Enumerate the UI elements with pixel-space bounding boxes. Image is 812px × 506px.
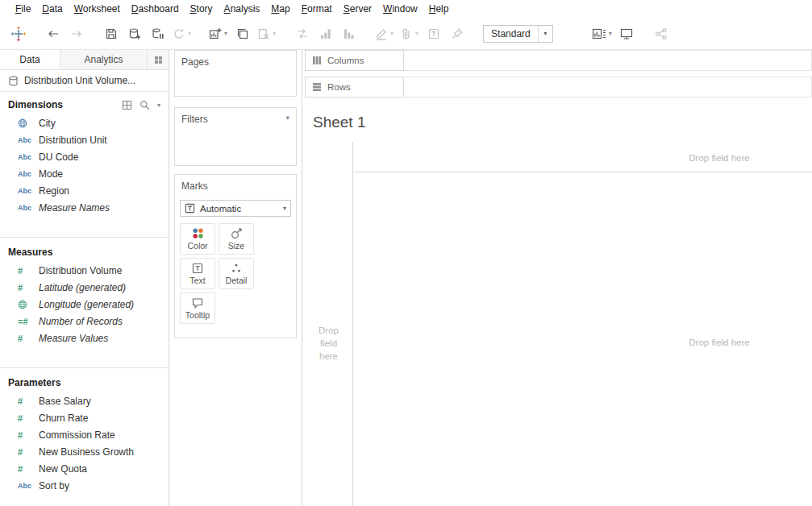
menu-window[interactable]: Window bbox=[377, 2, 423, 16]
filters-caret-icon[interactable]: ▾ bbox=[285, 114, 289, 122]
sheet-title[interactable]: Sheet 1 bbox=[313, 114, 366, 131]
field-longitude-generated[interactable]: Longitude (generated) bbox=[0, 296, 169, 313]
hash-icon: # bbox=[18, 413, 33, 423]
size-icon bbox=[231, 227, 243, 239]
field-city[interactable]: City bbox=[0, 114, 169, 131]
field-distribution-volume[interactable]: #Distribution Volume bbox=[0, 262, 169, 279]
marks-title: Marks bbox=[175, 175, 296, 192]
show-mark-labels-button[interactable] bbox=[423, 22, 444, 46]
share-button[interactable] bbox=[651, 22, 673, 46]
menu-data[interactable]: Data bbox=[36, 2, 68, 16]
text-button[interactable]: Text bbox=[180, 258, 215, 289]
mark-type-dropdown[interactable]: Automatic ▾ bbox=[180, 200, 291, 217]
dropdown-caret-icon[interactable]: ▾ bbox=[188, 30, 191, 37]
fit-dropdown[interactable]: Standard▾ bbox=[483, 25, 553, 43]
tab-analytics[interactable]: Analytics bbox=[60, 50, 148, 69]
menu-server[interactable]: Server bbox=[338, 2, 377, 16]
menu-help[interactable]: Help bbox=[423, 2, 455, 16]
view-data-grid-icon[interactable] bbox=[122, 100, 132, 110]
dropdown-caret-icon[interactable]: ▾ bbox=[415, 30, 418, 37]
field-latitude-generated[interactable]: #Latitude (generated) bbox=[0, 279, 169, 296]
column-band-divider-line bbox=[352, 172, 812, 172]
menu-dashboard[interactable]: Dashboard bbox=[126, 2, 185, 16]
pane-options-icon[interactable] bbox=[148, 50, 169, 69]
dropdown-caret-icon[interactable]: ▾ bbox=[273, 30, 276, 37]
dropdown-caret-icon[interactable]: ▾ bbox=[609, 30, 612, 37]
abc-icon: Abc bbox=[18, 482, 33, 490]
text-mark-icon bbox=[185, 203, 195, 214]
menu-file[interactable]: File bbox=[10, 2, 36, 16]
detail-button[interactable]: Detail bbox=[219, 258, 254, 289]
field-measure-names[interactable]: AbcMeasure Names bbox=[0, 199, 169, 216]
mark-type-caret-icon: ▾ bbox=[283, 205, 286, 212]
color-button[interactable]: Color bbox=[180, 223, 215, 255]
field-region[interactable]: AbcRegion bbox=[0, 182, 169, 199]
rows-shelf-label[interactable]: Rows bbox=[305, 77, 404, 97]
pause-auto-updates-button[interactable] bbox=[147, 22, 169, 46]
field-sections: Dimensions▾CityAbcDistribution UnitAbcDU… bbox=[0, 92, 169, 494]
field-new-business-growth[interactable]: #New Business Growth bbox=[0, 443, 169, 460]
undo-button[interactable] bbox=[42, 22, 64, 46]
columns-shelf-label[interactable]: Columns bbox=[305, 50, 404, 71]
field-distribution-unit[interactable]: AbcDistribution Unit bbox=[0, 131, 169, 148]
pages-title: Pages bbox=[175, 51, 296, 68]
pages-shelf[interactable]: Pages bbox=[174, 50, 297, 97]
field-measure-values[interactable]: #Measure Values bbox=[0, 330, 169, 346]
tableau-logo-icon[interactable] bbox=[7, 22, 29, 46]
size-button[interactable]: Size bbox=[219, 223, 254, 255]
menu-worksheet[interactable]: Worksheet bbox=[69, 2, 126, 16]
field-base-salary[interactable]: #Base Salary bbox=[0, 392, 169, 409]
fix-axes-button[interactable] bbox=[446, 22, 468, 46]
field-new-quota[interactable]: #New Quota bbox=[0, 460, 169, 477]
filters-shelf[interactable]: Filters ▾ bbox=[174, 107, 297, 166]
columns-drop-zone[interactable]: Drop field here bbox=[667, 153, 772, 163]
clear-sheet-button[interactable]: ▾ bbox=[255, 22, 278, 46]
sort-fields-caret-icon[interactable]: ▾ bbox=[157, 102, 160, 109]
menu-format[interactable]: Format bbox=[296, 2, 338, 16]
sort-ascending-button[interactable] bbox=[314, 22, 336, 46]
pane-drop-zone[interactable]: Drop field here bbox=[667, 338, 772, 347]
menu-map[interactable]: Map bbox=[265, 2, 295, 16]
new-data-source-button[interactable] bbox=[123, 22, 145, 46]
sort-descending-button[interactable] bbox=[338, 22, 360, 46]
save-button[interactable] bbox=[100, 22, 122, 46]
redo-button[interactable] bbox=[65, 22, 87, 46]
field-commission-rate[interactable]: #Commission Rate bbox=[0, 426, 169, 443]
new-worksheet-button[interactable]: ▾ bbox=[206, 22, 230, 46]
show-hide-cards-button[interactable]: ▾ bbox=[589, 22, 614, 46]
tab-data[interactable]: Data bbox=[0, 50, 60, 69]
fit-dropdown-caret-icon[interactable]: ▾ bbox=[538, 26, 552, 42]
duplicate-button[interactable] bbox=[231, 22, 253, 46]
group-members-button[interactable]: ▾ bbox=[398, 22, 421, 46]
data-pane-tabs: DataAnalytics bbox=[0, 50, 169, 70]
run-update-button[interactable]: ▾ bbox=[170, 22, 194, 46]
swap-axes-button[interactable] bbox=[291, 22, 313, 46]
data-source-item[interactable]: Distribution Unit Volume... bbox=[0, 70, 169, 92]
find-field-search-icon[interactable] bbox=[139, 100, 150, 110]
field-number-of-records[interactable]: =#Number of Records bbox=[0, 313, 169, 330]
hash-icon: # bbox=[18, 430, 33, 440]
highlight-button[interactable]: ▾ bbox=[373, 22, 396, 46]
field-du-code[interactable]: AbcDU Code bbox=[0, 148, 169, 165]
menu-analysis[interactable]: Analysis bbox=[219, 2, 266, 16]
presentation-mode-button[interactable] bbox=[616, 22, 638, 46]
columns-shelf-drop-area[interactable] bbox=[404, 50, 812, 71]
abc-icon: Abc bbox=[18, 136, 33, 144]
menu-story[interactable]: Story bbox=[185, 2, 219, 16]
hash-icon: # bbox=[18, 464, 33, 474]
rows-shelf-text: Rows bbox=[327, 82, 351, 92]
abc-icon: Abc bbox=[18, 204, 33, 212]
rows-shelf: Rows bbox=[305, 77, 812, 97]
dropdown-caret-icon[interactable]: ▾ bbox=[390, 30, 394, 37]
mark-type-label: Automatic bbox=[200, 204, 278, 214]
field-mode[interactable]: AbcMode bbox=[0, 165, 169, 182]
field-churn-rate[interactable]: #Churn Rate bbox=[0, 409, 169, 426]
dropdown-caret-icon[interactable]: ▾ bbox=[224, 30, 227, 37]
field-sort-by[interactable]: AbcSort by bbox=[0, 477, 169, 494]
hasheq-icon: =# bbox=[18, 317, 33, 326]
rows-shelf-drop-area[interactable] bbox=[404, 77, 812, 97]
hash-icon: # bbox=[18, 447, 33, 457]
cards-panel: Pages Filters ▾ Marks Automatic ▾ ColorS… bbox=[169, 50, 302, 506]
tooltip-button[interactable]: Tooltip bbox=[180, 292, 215, 324]
rows-drop-zone[interactable]: Dropfieldhere bbox=[305, 324, 352, 363]
